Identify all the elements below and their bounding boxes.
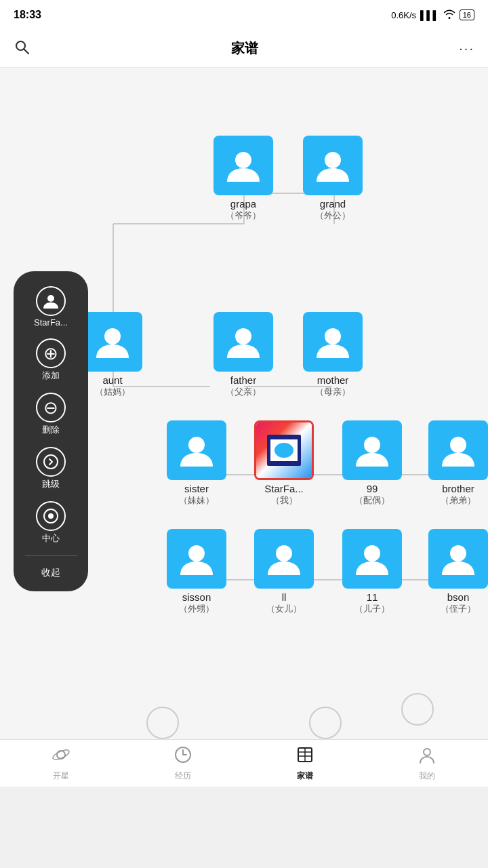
- nav-label-explore: 开星: [53, 770, 69, 782]
- signal-icon: ▌▌▌: [420, 10, 439, 20]
- node-starfa[interactable]: StarFa... （我）: [254, 420, 314, 507]
- nav-label-history: 经历: [175, 770, 191, 782]
- circle-dot-icon: [43, 508, 59, 524]
- node-brother[interactable]: brother （弟弟）: [428, 420, 488, 507]
- sidebar: StarFa... ⊕ 添加 ⊖ 删除 跳级: [14, 271, 88, 591]
- chevron-right-circle-icon: [43, 454, 59, 470]
- avatar-sisson: [167, 529, 226, 589]
- sidebar-collapse-button[interactable]: 收起: [41, 563, 60, 583]
- node-mother[interactable]: mother （母亲）: [303, 312, 363, 398]
- clock-icon: [174, 745, 192, 769]
- avatar-grapa: [214, 136, 273, 195]
- page-dot-3[interactable]: [401, 693, 434, 726]
- name-bson: bson: [447, 591, 470, 603]
- node-aunt[interactable]: aunt （姑妈）: [83, 312, 142, 398]
- svg-point-44: [424, 749, 430, 755]
- center-icon: [36, 501, 66, 531]
- node-grand[interactable]: grand （外公）: [303, 136, 363, 222]
- sidebar-item-delete[interactable]: ⊖ 删除: [14, 389, 88, 440]
- node-11[interactable]: 11 （儿子）: [342, 529, 402, 615]
- search-button[interactable]: [14, 39, 30, 59]
- node-sister[interactable]: sister （妹妹）: [167, 420, 226, 507]
- user-icon: [224, 323, 262, 361]
- role-11: （儿子）: [354, 603, 390, 615]
- pagination-area: [0, 707, 488, 739]
- sidebar-item-jump[interactable]: 跳级: [14, 443, 88, 494]
- avatar-starfa: [254, 420, 314, 480]
- user-icon: [439, 431, 477, 469]
- minus-circle-icon: ⊖: [36, 393, 66, 422]
- name-grand: grand: [320, 198, 346, 210]
- avatar-grand: [303, 136, 363, 195]
- nav-item-mine[interactable]: 我的: [366, 745, 488, 782]
- name-father: father: [230, 374, 256, 386]
- role-bson: （侄子）: [441, 603, 476, 615]
- name-99: 99: [367, 483, 378, 494]
- user-icon: [178, 540, 216, 578]
- sidebar-jump-label: 跳级: [42, 478, 60, 490]
- svg-point-27: [364, 437, 380, 453]
- svg-point-26: [188, 437, 205, 453]
- battery-icon: 16: [460, 9, 474, 20]
- avatar-brother: [428, 420, 488, 480]
- node-father[interactable]: father （父亲）: [214, 312, 273, 398]
- name-sisson: sisson: [182, 591, 211, 603]
- name-mother: mother: [317, 374, 349, 386]
- node-sisson[interactable]: sisson （外甥）: [167, 529, 226, 615]
- avatar-mother: [303, 312, 363, 372]
- svg-point-23: [104, 328, 121, 344]
- page-dot-1[interactable]: [146, 707, 179, 739]
- sidebar-profile-label: StarFa...: [34, 317, 68, 328]
- nav-item-family[interactable]: 家谱: [244, 745, 366, 782]
- user-icon: [94, 323, 131, 361]
- svg-point-32: [450, 545, 466, 561]
- node-ll[interactable]: ll （女儿）: [254, 529, 314, 615]
- nav-label-family: 家谱: [297, 770, 313, 782]
- avatar-sister: [167, 420, 226, 480]
- page-title: 家谱: [231, 39, 258, 58]
- name-grapa: grapa: [230, 198, 256, 210]
- svg-point-21: [235, 152, 251, 168]
- svg-line-1: [24, 49, 29, 54]
- user-icon: [314, 146, 352, 184]
- user-icon: [224, 146, 262, 184]
- svg-point-22: [325, 152, 341, 168]
- name-sister: sister: [184, 483, 209, 494]
- node-grapa[interactable]: grapa （爷爷）: [214, 136, 273, 222]
- role-sisson: （外甥）: [179, 603, 214, 615]
- wifi-icon: [443, 9, 455, 21]
- history-icon: [174, 745, 192, 764]
- sidebar-divider: [25, 555, 77, 556]
- status-bar: 18:33 0.6K/s ▌▌▌ 16: [0, 0, 488, 30]
- svg-point-29: [188, 545, 205, 561]
- jump-icon: [36, 447, 66, 477]
- page-dot-2[interactable]: [309, 707, 342, 739]
- svg-point-25: [325, 328, 341, 344]
- sidebar-item-profile[interactable]: StarFa...: [14, 282, 88, 332]
- more-button[interactable]: ···: [459, 41, 474, 56]
- status-icons: 0.6K/s ▌▌▌ 16: [391, 9, 474, 21]
- role-father: （父亲）: [226, 386, 261, 398]
- user-icon: [353, 540, 391, 578]
- node-bson[interactable]: bson （侄子）: [428, 529, 488, 615]
- avatar-bson: [428, 529, 488, 589]
- top-nav: 家谱 ···: [0, 30, 488, 68]
- svg-point-38: [52, 747, 70, 761]
- sidebar-item-center[interactable]: 中心: [14, 497, 88, 549]
- sidebar-item-add[interactable]: ⊕ 添加: [14, 334, 88, 386]
- role-starfa: （我）: [271, 494, 298, 507]
- name-11: 11: [367, 591, 378, 603]
- name-aunt: aunt: [102, 374, 122, 386]
- node-99[interactable]: 99 （配偶）: [342, 420, 402, 507]
- sidebar-delete-label: 删除: [42, 424, 60, 436]
- sidebar-add-label: 添加: [42, 370, 60, 382]
- explore-icon: [52, 745, 70, 764]
- nav-item-explore[interactable]: 开星: [0, 745, 122, 782]
- person-icon: [42, 292, 60, 310]
- role-99: （配偶）: [354, 494, 390, 507]
- nav-item-history[interactable]: 经历: [122, 745, 244, 782]
- avatar-aunt: [83, 312, 142, 372]
- sidebar-profile-icon: [36, 286, 66, 316]
- role-sister: （妹妹）: [179, 494, 214, 507]
- user-icon: [314, 323, 352, 361]
